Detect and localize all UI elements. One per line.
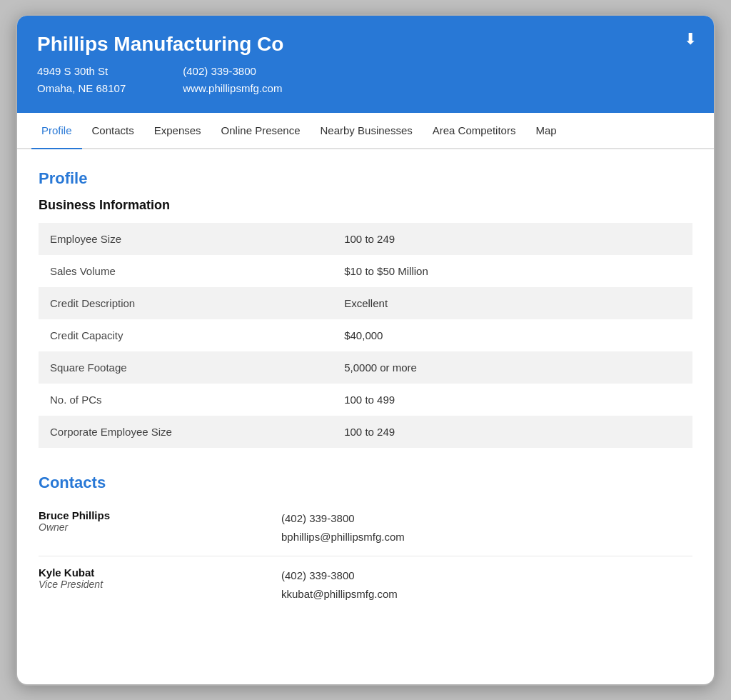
- table-cell-label: No. of PCs: [39, 384, 333, 416]
- contact-phone: (402) 339-3800: [281, 509, 405, 528]
- table-cell-label: Square Footage: [39, 351, 333, 384]
- nav-item-profile[interactable]: Profile: [31, 113, 82, 149]
- nav-item-online-presence[interactable]: Online Presence: [211, 113, 311, 148]
- company-phone: (402) 339-3800: [183, 63, 282, 80]
- company-address: 4949 S 30th St Omaha, NE 68107: [37, 63, 126, 97]
- contact-job-title: Owner: [39, 521, 238, 533]
- contact-job-title: Vice President: [39, 579, 238, 590]
- contact-email: bphillips@phillipsmfg.com: [281, 528, 405, 546]
- company-contact: (402) 339-3800 www.phillipsmfg.com: [183, 63, 282, 97]
- contact-name: Bruce Phillips: [39, 509, 238, 521]
- table-cell-value: $10 to $50 Million: [333, 255, 692, 287]
- header-info: 4949 S 30th St Omaha, NE 68107 (402) 339…: [37, 63, 694, 97]
- contact-name: Kyle Kubat: [39, 566, 238, 579]
- profile-section-title: Profile: [39, 169, 692, 188]
- content-area: Profile Business Information Employee Si…: [17, 149, 714, 630]
- contact-right: (402) 339-3800 bphillips@phillipsmfg.com: [281, 509, 405, 546]
- table-row: Corporate Employee Size 100 to 249: [39, 416, 692, 448]
- main-card: Phillips Manufacturing Co 4949 S 30th St…: [16, 14, 715, 686]
- table-cell-label: Corporate Employee Size: [39, 416, 333, 448]
- contact-entry-bruce: Bruce Phillips Owner (402) 339-3800 bphi…: [39, 502, 692, 553]
- company-website: www.phillipsmfg.com: [183, 80, 282, 97]
- contact-left: Bruce Phillips Owner: [39, 509, 238, 546]
- download-button[interactable]: ⬇: [684, 30, 697, 49]
- company-name: Phillips Manufacturing Co: [37, 33, 694, 56]
- contacts-section: Contacts Bruce Phillips Owner (402) 339-…: [39, 471, 692, 610]
- table-cell-value: $40,000: [333, 319, 692, 351]
- table-cell-label: Credit Description: [39, 287, 333, 319]
- contacts-section-title: Contacts: [39, 474, 692, 492]
- navigation: Profile Contacts Expenses Online Presenc…: [17, 113, 714, 149]
- table-row: No. of PCs 100 to 499: [39, 384, 692, 416]
- nav-item-expenses[interactable]: Expenses: [144, 113, 211, 148]
- table-row: Credit Description Excellent: [39, 287, 692, 319]
- header: Phillips Manufacturing Co 4949 S 30th St…: [17, 16, 714, 113]
- table-cell-value: Excellent: [333, 287, 692, 319]
- contact-entry-kyle: Kyle Kubat Vice President (402) 339-3800…: [39, 559, 692, 610]
- business-info-title: Business Information: [39, 198, 692, 213]
- contact-phone: (402) 339-3800: [281, 566, 398, 585]
- table-row: Employee Size 100 to 249: [39, 223, 692, 255]
- table-cell-value: 100 to 499: [333, 384, 692, 416]
- table-cell-label: Credit Capacity: [39, 319, 333, 351]
- table-cell-value: 100 to 249: [333, 223, 692, 255]
- nav-item-area-competitors[interactable]: Area Competitors: [423, 113, 526, 148]
- nav-item-contacts[interactable]: Contacts: [82, 113, 144, 148]
- nav-item-map[interactable]: Map: [525, 113, 566, 148]
- table-cell-value: 5,0000 or more: [333, 351, 692, 384]
- contact-left: Kyle Kubat Vice President: [39, 566, 238, 603]
- address-line1: 4949 S 30th St: [37, 63, 126, 80]
- contact-email: kkubat@phillipsmfg.com: [281, 585, 398, 604]
- profile-section: Profile Business Information Employee Si…: [39, 169, 692, 448]
- table-row: Sales Volume $10 to $50 Million: [39, 255, 692, 287]
- table-cell-value: 100 to 249: [333, 416, 692, 448]
- table-cell-label: Employee Size: [39, 223, 333, 255]
- contact-divider: [39, 556, 692, 556]
- table-row: Square Footage 5,0000 or more: [39, 351, 692, 384]
- address-line2: Omaha, NE 68107: [37, 80, 126, 97]
- contact-right: (402) 339-3800 kkubat@phillipsmfg.com: [281, 566, 398, 603]
- table-row: Credit Capacity $40,000: [39, 319, 692, 351]
- table-cell-label: Sales Volume: [39, 255, 333, 287]
- business-info-table: Employee Size 100 to 249 Sales Volume $1…: [39, 223, 692, 448]
- nav-item-nearby-businesses[interactable]: Nearby Businesses: [311, 113, 423, 148]
